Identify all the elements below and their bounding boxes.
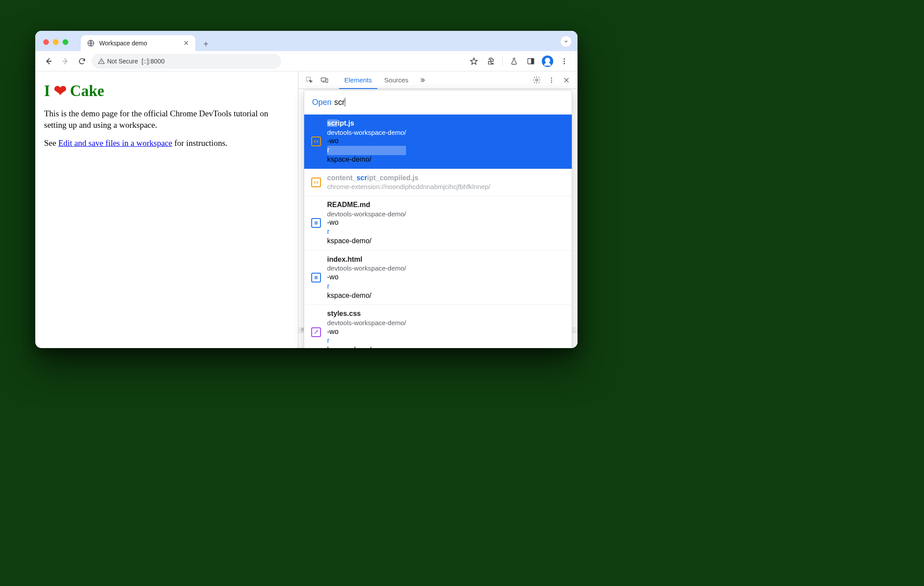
page-heading: I ❤ Cake (44, 82, 289, 100)
file-type-icon (311, 178, 321, 187)
result-filename: content_script_compiled.js (327, 174, 490, 183)
svg-rect-8 (326, 79, 328, 82)
globe-icon (87, 39, 95, 47)
svg-rect-7 (321, 78, 326, 81)
device-mode-icon[interactable] (318, 74, 331, 87)
p2-suffix: for instructions. (172, 138, 227, 148)
palette-result[interactable]: styles.css devtools-workspace-demo/-work… (304, 304, 572, 348)
reload-button[interactable] (75, 54, 89, 68)
new-tab-button[interactable]: + (198, 39, 214, 49)
labs-flask-icon[interactable] (507, 54, 521, 68)
file-type-icon (311, 137, 321, 146)
tab-sources[interactable]: Sources (379, 71, 414, 89)
devtools-toolbar: Elements Sources (298, 71, 578, 89)
command-palette: Open scr script.js devtools-workspace-de… (304, 90, 572, 348)
url-text: [::]:8000 (142, 58, 164, 65)
svg-rect-2 (532, 59, 534, 64)
result-filename: README.md (327, 200, 406, 210)
svg-point-11 (551, 79, 552, 81)
palette-open-label: Open (312, 98, 332, 107)
minimize-window-button[interactable] (53, 39, 59, 45)
profile-avatar[interactable] (540, 54, 555, 68)
p2-prefix: See (44, 138, 58, 148)
svg-point-4 (564, 60, 565, 62)
result-filename: index.html (327, 255, 406, 264)
more-tabs-icon[interactable] (416, 74, 429, 87)
devtools-kebab-icon[interactable] (545, 74, 558, 87)
close-tab-icon[interactable]: ✕ (183, 39, 189, 47)
link-paragraph: See Edit and save files in a workspace f… (44, 137, 289, 149)
security-badge[interactable]: Not Secure (98, 58, 138, 65)
file-type-icon (311, 327, 321, 337)
back-button[interactable] (41, 54, 56, 68)
security-label: Not Secure (107, 58, 138, 65)
heading-text-cake: Cake (70, 82, 104, 100)
svg-point-12 (551, 82, 552, 83)
palette-input-row: Open scr (304, 90, 572, 114)
svg-point-3 (564, 58, 565, 59)
file-type-icon (311, 218, 321, 228)
close-window-button[interactable] (43, 39, 49, 45)
maximize-window-button[interactable] (63, 39, 68, 45)
workspace-tutorial-link[interactable]: Edit and save files in a workspace (58, 138, 172, 148)
svg-point-5 (564, 63, 565, 64)
close-devtools-icon[interactable] (560, 74, 573, 87)
side-panel-icon[interactable] (524, 54, 538, 68)
result-path: chrome-extension://noondiphcddnnabmjcihc… (327, 182, 490, 191)
palette-result[interactable]: index.html devtools-workspace-demo/-work… (304, 250, 572, 305)
tab-title: Workspace demo (99, 40, 179, 47)
extensions-icon[interactable] (484, 54, 498, 68)
result-path: devtools-workspace-demo/ (327, 264, 406, 273)
browser-tab[interactable]: Workspace demo ✕ (81, 35, 195, 51)
heading-text-i: I (44, 82, 50, 100)
result-path: devtools-workspace-demo/ (327, 319, 406, 327)
browser-toolbar: Not Secure [::]:8000 (35, 51, 578, 71)
palette-result[interactable]: content_script_compiled.js chrome-extens… (304, 169, 572, 196)
tab-elements[interactable]: Elements (339, 72, 377, 89)
content-area: I ❤ Cake This is the demo page for the o… (35, 71, 578, 348)
kebab-menu-icon[interactable] (557, 54, 571, 68)
devtools-panel: Elements Sources Open (298, 71, 578, 348)
result-path: devtools-workspace-demo/ (327, 128, 406, 137)
settings-gear-icon[interactable] (530, 74, 543, 87)
result-path: devtools-workspace-demo/ (327, 210, 406, 219)
svg-point-10 (551, 78, 552, 79)
forward-button[interactable] (58, 54, 72, 68)
result-filename: script.js (327, 119, 406, 128)
rendered-page: I ❤ Cake This is the demo page for the o… (35, 71, 298, 348)
palette-result[interactable]: script.js devtools-workspace-demo/-works… (304, 114, 572, 169)
browser-window: Workspace demo ✕ + Not Secure [::]:8000 (35, 31, 578, 348)
tab-strip: Workspace demo ✕ + (35, 31, 578, 51)
palette-result[interactable]: README.md devtools-workspace-demo/-works… (304, 196, 572, 250)
svg-point-9 (536, 79, 538, 81)
expand-tabstrip-button[interactable] (561, 36, 571, 47)
intro-paragraph: This is the demo page for the official C… (44, 108, 289, 130)
result-filename: styles.css (327, 309, 406, 319)
warning-triangle-icon (98, 58, 105, 65)
address-bar[interactable]: Not Secure [::]:8000 (92, 54, 281, 69)
inspect-element-icon[interactable] (303, 74, 316, 87)
file-type-icon (311, 273, 321, 282)
heart-icon: ❤ (54, 82, 67, 100)
window-controls (43, 39, 68, 45)
bookmark-star-icon[interactable] (467, 54, 481, 68)
